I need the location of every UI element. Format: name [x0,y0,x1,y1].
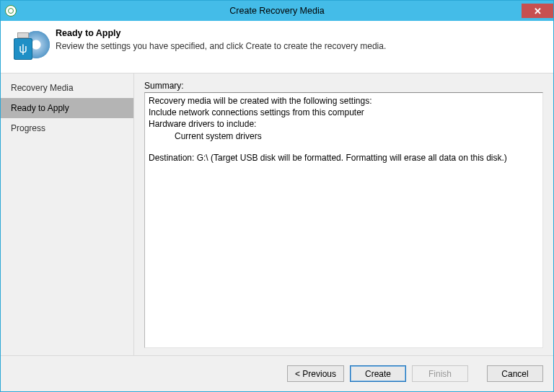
sidebar-item-label: Progress [11,123,45,133]
app-icon [5,5,17,17]
wizard-body: Recovery Media Ready to Apply Progress S… [1,74,553,355]
recovery-media-icon: ψ [12,28,47,63]
summary-label: Summary: [144,81,543,91]
finish-button: Finish [412,365,468,382]
summary-line: Destination: G:\ (Target USB disk will b… [149,152,539,164]
summary-line: Include network connections settings fro… [149,107,539,118]
create-button[interactable]: Create [350,365,406,382]
close-button[interactable]: ✕ [522,4,553,18]
header-text: Ready to Apply Review the settings you h… [56,28,386,63]
sidebar-item-recovery-media[interactable]: Recovery Media [1,78,133,98]
sidebar-item-label: Ready to Apply [11,103,69,113]
title-bar: Create Recovery Media ✕ [1,1,553,21]
wizard-footer: < Previous Create Finish Cancel [1,355,553,391]
summary-textbox[interactable]: Recovery media will be created with the … [144,92,543,348]
wizard-header: ψ Ready to Apply Review the settings you… [1,21,553,74]
wizard-window: Create Recovery Media ✕ ψ Ready to Apply… [0,0,554,392]
summary-line: Hardware drivers to include: [149,118,539,130]
wizard-content: Summary: Recovery media will be created … [134,74,553,355]
close-icon: ✕ [534,6,542,17]
previous-button[interactable]: < Previous [287,365,344,382]
summary-blank-line [149,142,539,152]
usb-drive-icon: ψ [11,32,35,61]
summary-line: Recovery media will be created with the … [149,95,539,107]
sidebar-item-progress[interactable]: Progress [1,118,133,138]
summary-line-indented: Current system drivers [149,130,539,142]
cancel-button[interactable]: Cancel [487,365,543,382]
sidebar-item-label: Recovery Media [11,83,74,93]
window-title: Create Recovery Media [1,6,553,16]
page-title: Ready to Apply [56,28,386,38]
wizard-steps-sidebar: Recovery Media Ready to Apply Progress [1,74,134,355]
page-subtitle: Review the settings you have specified, … [56,41,386,51]
sidebar-item-ready-to-apply[interactable]: Ready to Apply [1,98,133,118]
